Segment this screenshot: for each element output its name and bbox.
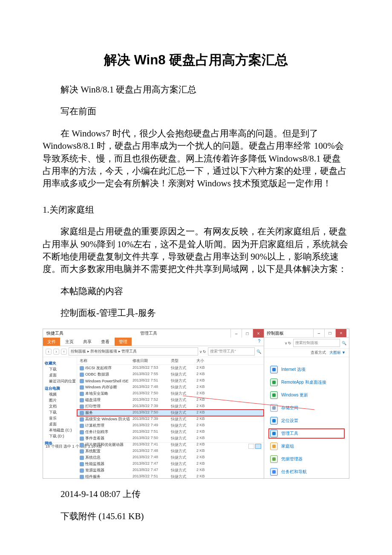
table-row[interactable]: iSCSI 发起程序2013/8/22 7:53快捷方式2 KB [77,365,264,371]
search-icon[interactable]: 🔍 [257,350,261,354]
hidden-label: 本帖隐藏的内容 [43,285,349,298]
row-type: 快捷方式 [171,397,196,403]
cp-link-item[interactable]: 定位设置 [270,417,343,425]
list-view: 名称 修改日期 类型 大小 iSCSI 发起程序2013/8/22 7:53快捷… [77,357,264,442]
nav-item[interactable]: 本地磁盘 (C:) [49,428,76,433]
nav-group-thispc[interactable]: 这台电脑 [45,386,76,391]
nav-item[interactable]: 桌面 [49,373,76,378]
cp-link-item[interactable]: RemoteApp 和桌面连接 [270,379,343,386]
row-size: 2 KB [196,461,213,467]
cp-link-item[interactable]: 管理工具 [268,428,345,439]
row-type: 快捷方式 [171,404,196,409]
row-type: 快捷方式 [171,468,196,473]
table-row[interactable]: 打印管理2013/8/22 7:39快捷方式2 KB [77,403,264,410]
preface-label: 写在前面 [43,105,349,118]
table-row[interactable]: 磁盘清理2013/8/22 7:52快捷方式2 KB [77,397,264,403]
nav-item[interactable]: 视频 [49,392,76,397]
row-size: 2 KB [196,391,213,396]
maximize-button[interactable]: □ [324,329,335,337]
col-size[interactable]: 大小 [196,358,213,364]
help-icon[interactable]: ? [254,338,264,346]
cp-link-item[interactable]: Internet 选项 [270,366,343,373]
row-type: 快捷方式 [171,384,196,390]
cp-link-item[interactable]: Windows 更新 [270,391,343,399]
nav-forward-button[interactable]: › [53,349,59,355]
row-size: 2 KB [196,448,213,454]
file-icon [80,385,84,390]
cp-link-icon [270,391,278,399]
file-icon [80,417,84,422]
download-attachment-link[interactable]: 下载附件 (145.61 KB) [43,510,349,523]
file-icon [80,398,84,402]
table-row[interactable]: 计算机管理2013/8/22 7:49快捷方式2 KB [77,422,264,429]
table-row[interactable]: 任务计划程序2013/8/22 7:51快捷方式2 KB [77,429,264,435]
cp-link-item[interactable]: 凭据管理器 [270,455,343,463]
ribbon-tab[interactable]: 管理 [115,338,132,346]
breadcrumb[interactable]: 控制面板 ▸ 所有控制面板项 ▸ 管理工具 [69,347,198,356]
file-icon [80,366,84,370]
table-row[interactable]: 资源监视器2013/8/22 7:47快捷方式2 KB [77,467,264,474]
ribbon-tab[interactable]: 主页 [61,338,78,346]
nav-pane: 收藏夹 下载 桌面 最近访问的位置 这台电脑 视频 图片 文档 下载 音乐 桌面… [43,357,77,442]
row-size: 2 KB [196,429,213,435]
table-row[interactable]: 系统信息2013/8/22 7:48快捷方式2 KB [77,454,264,461]
nav-item[interactable]: 文档 [49,404,76,409]
nav-item[interactable]: 桌面 [49,422,76,427]
table-row[interactable]: 系统配置2013/8/22 7:48快捷方式2 KB [77,448,264,454]
ribbon-tab[interactable]: 查看 [97,338,114,346]
table-row[interactable]: Windows 内存诊断2013/8/22 7:48快捷方式2 KB [77,384,264,390]
close-button[interactable]: × [253,329,264,338]
cp-link-item[interactable]: 任务栏和导航 [270,468,343,476]
search-input[interactable]: 搜索"管理工具" [208,347,255,356]
row-name: 资源监视器 [85,468,104,473]
nav-item[interactable]: 最近访问的位置 [49,379,76,384]
row-name: iSCSI 发起程序 [85,365,112,371]
row-date: 2013/8/22 7:39 [133,416,171,422]
table-row[interactable]: 事件查看器2013/8/22 7:50快捷方式2 KB [77,435,264,442]
row-date: 2013/8/22 7:47 [133,468,171,473]
window-buttons: – □ × [231,329,264,338]
file-icon [80,405,84,409]
view-mode-dropdown[interactable]: 大图标 ▼ [329,350,346,356]
row-size: 2 KB [196,455,213,460]
cp-link-item[interactable]: 家庭组 [270,442,343,450]
minimize-button[interactable]: – [231,329,242,338]
cp-link-icon [270,455,278,463]
cp-link-label: 管理工具 [281,431,298,436]
row-name: 计算机管理 [85,423,104,428]
col-type[interactable]: 类型 [171,358,196,364]
row-size: 2 KB [196,423,213,428]
nav-item[interactable]: 图片 [49,398,76,403]
col-date[interactable]: 修改日期 [133,358,171,364]
table-row[interactable]: 性能监视器2013/8/22 7:47快捷方式2 KB [77,461,264,467]
ribbon-file-tab[interactable]: 文件 [43,338,60,346]
cp-link-label: 家庭组 [281,443,294,449]
minimize-button[interactable]: – [313,329,324,337]
ribbon-tab[interactable]: 共享 [79,338,96,346]
table-row[interactable]: 服务2013/8/22 7:50快捷方式2 KB [77,410,264,416]
col-name[interactable]: 名称 [77,358,133,364]
table-row[interactable]: 高级安全 Windows 防火墙2013/8/22 7:39快捷方式2 KB [77,416,264,422]
nav-item[interactable]: 下载 (D:) [49,434,76,439]
window-title: 管理工具 [67,330,231,336]
nav-up-button[interactable]: ↑ [61,349,67,355]
refresh-icon[interactable]: v ↻ [285,341,291,345]
cp-title: 控制面板 [267,330,313,336]
search-icon[interactable]: 🔍 [342,341,346,345]
nav-item[interactable]: 下载 [49,367,76,372]
refresh-icon[interactable]: v ↻ [200,350,206,354]
nav-item[interactable]: 下载 [49,410,76,415]
table-row[interactable]: ODBC 数据源2013/8/22 7:55快捷方式2 KB [77,371,264,378]
table-row[interactable]: 本地安全策略2013/8/22 7:50快捷方式2 KB [77,390,264,397]
maximize-button[interactable]: □ [242,329,253,338]
row-type: 快捷方式 [171,448,196,454]
table-row[interactable]: Windows PowerShell ISE2013/8/22 7:51快捷方式… [77,378,264,384]
nav-item[interactable]: 音乐 [49,416,76,421]
close-button[interactable]: × [335,329,346,337]
table-row[interactable]: 组件服务2013/8/22 7:51快捷方式2 KB [77,474,264,480]
nav-group-favorites[interactable]: 收藏夹 [45,361,76,366]
nav-back-button[interactable]: ‹ [46,349,52,355]
table-row[interactable]: 碎片整理和优化驱动器2013/8/22 7:41快捷方式2 KB [77,442,264,448]
cp-search-input[interactable]: 搜索控制面板 [293,339,340,347]
row-date: 2013/8/22 7:55 [133,372,171,377]
